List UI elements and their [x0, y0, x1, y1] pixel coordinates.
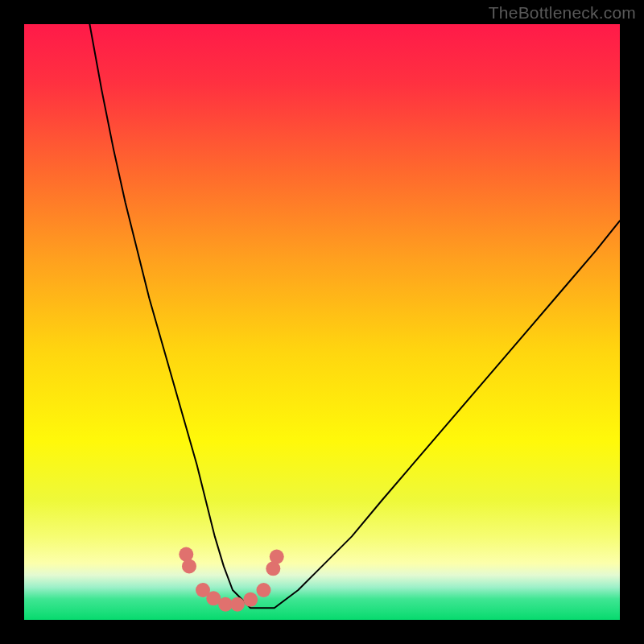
watermark-text: TheBottleneck.com: [489, 3, 636, 23]
bottleneck-curve-path: [89, 24, 620, 608]
chart-container: TheBottleneck.com: [0, 0, 644, 644]
marker-dot: [243, 592, 258, 607]
plot-area: [24, 24, 620, 620]
curve-layer: [24, 24, 620, 620]
marker-dot: [256, 583, 270, 597]
marker-dot: [270, 550, 284, 564]
marker-dot: [230, 597, 245, 612]
marker-dot: [182, 559, 196, 573]
